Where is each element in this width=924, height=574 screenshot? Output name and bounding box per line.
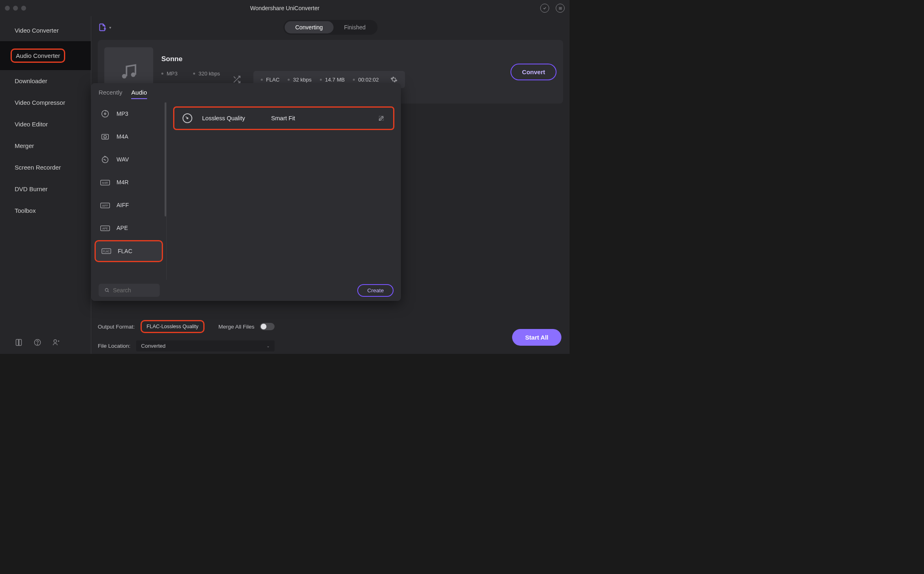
format-item-m4r[interactable]: M4R M4R (91, 171, 166, 194)
search-icon (104, 287, 110, 294)
ape-badge-icon: APE (100, 223, 110, 233)
start-all-button[interactable]: Start All (512, 329, 561, 346)
sidebar-item-audio-converter[interactable]: Audio Converter (0, 41, 91, 70)
format-item-mp3[interactable]: MP3 (91, 102, 166, 125)
format-item-m4a[interactable]: M4A (91, 125, 166, 148)
titlebar: Wondershare UniConverter (0, 0, 570, 16)
svg-point-4 (37, 344, 37, 344)
popover-tab-audio[interactable]: Audio (131, 89, 147, 99)
sidebar-item-label: Screen Recorder (15, 164, 61, 171)
flac-badge-icon: FLAC (101, 246, 111, 256)
file-location-select[interactable]: Converted ⌄ (136, 340, 275, 351)
target-bitrate: 32 kbps (288, 77, 312, 83)
aiff-badge-icon: AIFF (100, 200, 110, 210)
sidebar-item-label: Video Compressor (15, 99, 65, 106)
shuffle-icon (232, 75, 241, 84)
format-label: M4R (117, 179, 129, 185)
sidebar-item-dvd-burner[interactable]: DVD Burner (0, 178, 91, 200)
svg-rect-8 (102, 135, 109, 139)
format-label: MP3 (117, 110, 128, 117)
sidebar-item-label: Video Converter (15, 27, 59, 34)
gear-icon[interactable] (390, 76, 398, 83)
format-item-ape[interactable]: APE APE (91, 216, 166, 239)
source-format: MP3 (161, 71, 183, 77)
format-label: M4A (117, 133, 128, 140)
svg-text:M4R: M4R (102, 181, 108, 184)
chevron-down-icon: ▾ (109, 25, 111, 30)
svg-text:AIFF: AIFF (102, 204, 108, 207)
book-icon[interactable] (15, 338, 23, 347)
merge-all-files-toggle[interactable] (260, 323, 275, 330)
maximize-window-button[interactable] (21, 6, 26, 11)
format-item-aiff[interactable]: AIFF AIFF (91, 194, 166, 216)
account-icon[interactable] (540, 4, 549, 13)
format-label: FLAC (118, 248, 132, 254)
m4r-badge-icon: M4R (100, 177, 110, 187)
target-format: FLAC (261, 77, 279, 83)
main-panel: ▾ Converting Finished Sonne MP3 4.9 MB (91, 16, 570, 354)
file-title: Sonne (161, 55, 502, 63)
chevron-down-icon: ⌄ (266, 344, 270, 348)
feedback-icon[interactable] (52, 338, 60, 347)
sidebar-item-toolbox[interactable]: Toolbox (0, 200, 91, 221)
svg-point-9 (104, 135, 106, 138)
svg-line-21 (108, 291, 109, 292)
svg-point-5 (54, 340, 57, 342)
close-window-button[interactable] (5, 6, 10, 11)
search-input[interactable] (113, 287, 154, 294)
sidebar-item-label: Toolbox (15, 207, 36, 214)
format-item-flac[interactable]: FLAC FLAC (95, 240, 163, 262)
sidebar-item-video-converter[interactable]: Video Converter (0, 20, 91, 41)
sidebar-item-screen-recorder[interactable]: Screen Recorder (0, 157, 91, 178)
sidebar-item-video-editor[interactable]: Video Editor (0, 113, 91, 135)
preset-quality-label: Lossless Quality (202, 115, 245, 121)
preset-fit-label: Smart Fit (271, 115, 295, 121)
target-size: 14.7 MB (320, 77, 345, 83)
scrollbar[interactable] (165, 102, 166, 216)
target-duration: 00:02:02 (353, 77, 379, 83)
output-format-select[interactable]: FLAC-Lossless Quality (141, 320, 205, 333)
preset-lossless-quality[interactable]: Lossless Quality Smart Fit (173, 106, 394, 130)
format-item-wav[interactable]: WAV (91, 148, 166, 171)
sidebar-item-label: DVD Burner (15, 185, 48, 192)
edit-icon[interactable] (378, 115, 385, 122)
format-label: AIFF (117, 202, 129, 208)
menu-icon[interactable] (556, 4, 565, 13)
sidebar-item-downloader[interactable]: Downloader (0, 70, 91, 92)
sidebar-item-merger[interactable]: Merger (0, 135, 91, 157)
sidebar: Video Converter Audio Converter Download… (0, 16, 91, 354)
convert-button[interactable]: Convert (510, 64, 557, 80)
file-location-value: Converted (141, 343, 165, 349)
merge-all-files-label: Merge All Files (218, 324, 255, 330)
svg-point-19 (187, 118, 188, 119)
minimize-window-button[interactable] (13, 6, 18, 11)
format-popover: Recently Audio MP3 M4A (91, 83, 401, 301)
disc-icon (183, 113, 192, 123)
tab-finished[interactable]: Finished (333, 21, 376, 33)
popover-tab-recently[interactable]: Recently (99, 89, 122, 99)
wave-icon (100, 155, 110, 164)
format-label: APE (117, 225, 128, 231)
sidebar-item-label: Downloader (15, 77, 47, 84)
sidebar-item-label: Audio Converter (11, 49, 65, 63)
svg-text:APE: APE (102, 227, 108, 230)
output-format-value: FLAC-Lossless Quality (147, 324, 198, 329)
status-tabs: Converting Finished (284, 20, 378, 35)
output-format-label: Output Format: (98, 324, 135, 330)
search-input-container[interactable] (99, 284, 160, 297)
svg-point-7 (104, 113, 106, 115)
disc-icon (100, 109, 110, 119)
tab-converting[interactable]: Converting (285, 21, 334, 33)
help-icon[interactable] (33, 338, 42, 347)
sidebar-item-label: Merger (15, 142, 34, 149)
create-button[interactable]: Create (357, 284, 394, 297)
svg-text:FLAC: FLAC (103, 250, 110, 253)
camera-icon (100, 132, 110, 141)
svg-point-6 (102, 110, 109, 117)
sidebar-item-video-compressor[interactable]: Video Compressor (0, 92, 91, 113)
window-controls (5, 6, 26, 11)
app-title: Wondershare UniConverter (250, 5, 319, 11)
file-location-label: File Location: (98, 343, 130, 349)
format-label: WAV (117, 156, 129, 163)
add-file-button[interactable]: ▾ (98, 23, 111, 32)
